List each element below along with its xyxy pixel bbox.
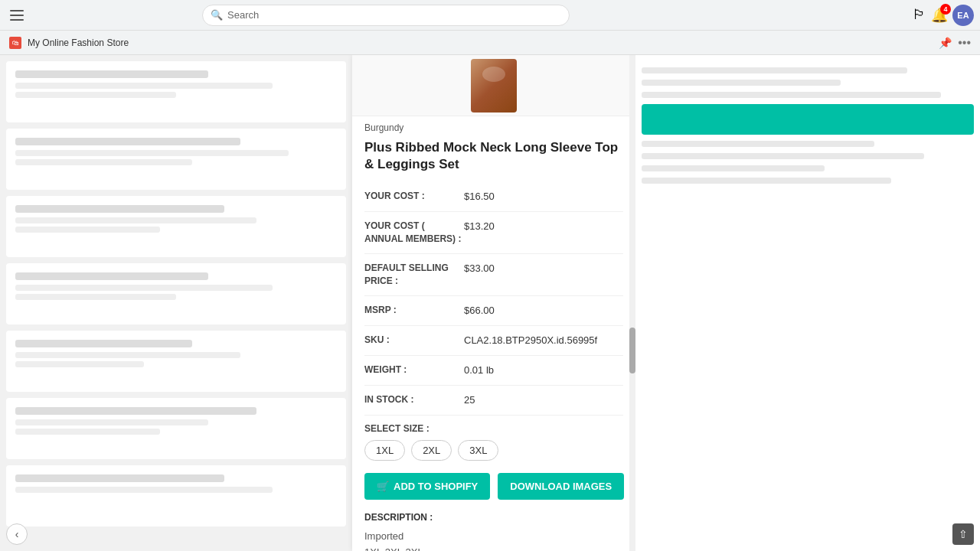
size-section: SELECT SIZE : 1XL 2XL 3XL xyxy=(352,416,635,461)
description-text: Imported 1XL,2XL,3XL Soft & Light weight… xyxy=(364,529,623,551)
pin-icon[interactable]: 📌 xyxy=(939,37,952,49)
in-stock-label: IN STOCK : xyxy=(364,393,464,406)
sku-row: SKU : CLA2.18.BTP2950X.id.56995f xyxy=(364,326,623,356)
nav-arrow-left[interactable]: ‹ xyxy=(6,523,28,545)
description-title: DESCRIPTION : xyxy=(364,512,623,523)
in-stock-row: IN STOCK : 25 xyxy=(364,386,623,416)
shopify-cart-icon: 🛒 xyxy=(377,481,389,492)
right-sidebar-inner xyxy=(635,55,980,551)
search-icon: 🔍 xyxy=(211,9,223,21)
browser-actions: 🏳 🔔 4 EA xyxy=(913,5,974,26)
annual-cost-row: YOUR COST ( ANNUAL MEMBERS) : $13.20 xyxy=(364,212,623,254)
sku-label: SKU : xyxy=(364,334,464,347)
sidebar-item xyxy=(6,465,346,527)
add-to-shopify-button[interactable]: 🛒 ADD TO SHOPIFY xyxy=(364,473,490,500)
product-details: YOUR COST : $16.50 YOUR COST ( ANNUAL ME… xyxy=(352,182,635,416)
bookmark-label[interactable]: My Online Fashion Store xyxy=(28,37,129,48)
size-label: SELECT SIZE : xyxy=(364,423,623,434)
annual-cost-label: YOUR COST ( ANNUAL MEMBERS) : xyxy=(364,220,464,246)
flag-icon[interactable]: 🏳 xyxy=(913,7,926,23)
right-sidebar: ⇧ xyxy=(635,55,980,551)
size-buttons: 1XL 2XL 3XL xyxy=(364,440,623,461)
desc-line-1: Imported xyxy=(364,530,403,542)
favicon-icon: 🛍 xyxy=(12,39,19,47)
user-avatar[interactable]: EA xyxy=(952,5,974,26)
sidebar-item xyxy=(6,398,346,459)
search-bar[interactable]: 🔍 Search xyxy=(202,5,570,26)
page-area: ‹ Burgundy Plus Ribbed Mock Neck Long Sl… xyxy=(0,55,980,551)
bookmark-favicon: 🛍 xyxy=(9,37,21,49)
notification-bell[interactable]: 🔔 4 xyxy=(931,7,948,24)
product-color: Burgundy xyxy=(352,116,635,136)
your-cost-row: YOUR COST : $16.50 xyxy=(364,182,623,212)
download-images-label: DOWNLOAD IMAGES xyxy=(510,481,612,492)
annual-cost-value: $13.20 xyxy=(464,220,623,233)
scroll-track[interactable] xyxy=(629,55,635,551)
msrp-label: MSRP : xyxy=(364,304,464,317)
your-cost-value: $16.50 xyxy=(464,190,623,204)
more-options-icon[interactable]: ••• xyxy=(958,36,971,50)
notification-badge: 4 xyxy=(940,4,951,15)
product-panel: Burgundy Plus Ribbed Mock Neck Long Slee… xyxy=(352,55,635,551)
desc-line-2: 1XL,2XL,3XL xyxy=(364,546,423,551)
selling-price-value: $33.00 xyxy=(464,262,623,276)
size-2xl[interactable]: 2XL xyxy=(411,440,452,461)
msrp-value: $66.00 xyxy=(464,304,623,318)
product-thumbnail xyxy=(471,59,517,112)
selling-price-row: DEFAULT SELLING PRICE : $33.00 xyxy=(364,254,623,296)
sidebar-item xyxy=(6,61,346,122)
product-image-area xyxy=(352,55,635,116)
bookmark-bar: 🛍 My Online Fashion Store 📌 ••• xyxy=(0,31,980,55)
sidebar-item xyxy=(6,263,346,324)
selling-price-label: DEFAULT SELLING PRICE : xyxy=(364,262,464,288)
weight-label: WEIGHT : xyxy=(364,364,464,377)
size-3xl[interactable]: 3XL xyxy=(458,440,498,461)
browser-chrome: 🔍 Search 🏳 🔔 4 EA xyxy=(0,0,980,31)
scroll-thumb[interactable] xyxy=(629,328,635,373)
sidebar-item xyxy=(6,331,346,392)
download-images-button[interactable]: DOWNLOAD IMAGES xyxy=(498,473,624,500)
left-sidebar: ‹ xyxy=(0,55,352,551)
product-title: Plus Ribbed Mock Neck Long Sleeve Top & … xyxy=(352,136,635,182)
action-buttons: 🛒 ADD TO SHOPIFY DOWNLOAD IMAGES xyxy=(352,461,635,506)
your-cost-label: YOUR COST : xyxy=(364,190,464,203)
size-1xl[interactable]: 1XL xyxy=(364,440,405,461)
sidebar-item xyxy=(6,129,346,190)
sidebar-item xyxy=(6,196,346,257)
weight-value: 0.01 lb xyxy=(464,364,623,377)
msrp-row: MSRP : $66.00 xyxy=(364,296,623,326)
weight-row: WEIGHT : 0.01 lb xyxy=(364,356,623,386)
in-stock-value: 25 xyxy=(464,393,623,407)
menu-icon[interactable] xyxy=(6,5,28,26)
scroll-to-top-button[interactable]: ⇧ xyxy=(952,523,974,545)
description-section: DESCRIPTION : Imported 1XL,2XL,3XL Soft … xyxy=(352,506,635,551)
right-sidebar-content xyxy=(635,55,980,202)
add-to-shopify-label: ADD TO SHOPIFY xyxy=(394,481,478,492)
sku-value: CLA2.18.BTP2950X.id.56995f xyxy=(464,334,623,347)
search-text: Search xyxy=(227,9,259,21)
